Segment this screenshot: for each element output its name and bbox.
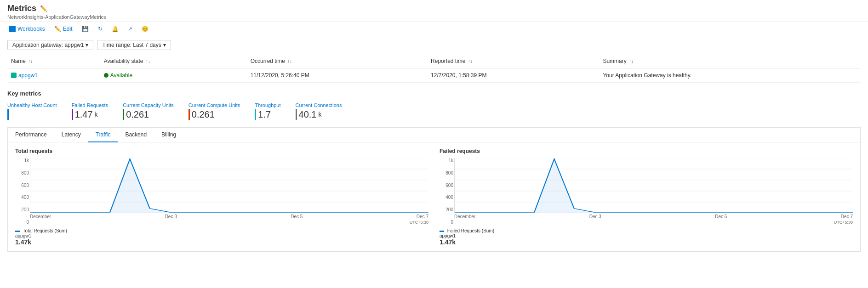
time-range-filter[interactable]: Time range: Last 7 days ▾	[97, 40, 171, 50]
y-label: 600	[17, 183, 29, 188]
failed-requests-legend: Failed Requests (Sum) appgw1 1.47k	[440, 228, 853, 246]
metric-item: Throughput 1.7	[255, 102, 280, 120]
cell-availability: Available	[100, 68, 247, 83]
save-button[interactable]: 💾	[80, 25, 91, 33]
table-row: appgw1 Available 11/12/2020, 5:26:40 PM …	[7, 68, 861, 83]
cell-summary: Your Application Gateway is healthy.	[599, 68, 861, 83]
sort-icon[interactable]: ↑↓	[468, 59, 473, 64]
metric-item: Failed Requests 1.47k	[72, 102, 108, 120]
metric-item: Unhealthy Host Count	[7, 102, 57, 120]
tab-latency[interactable]: Latency	[54, 128, 88, 142]
metric-label: Unhealthy Host Count	[7, 102, 57, 108]
edit-pencil-icon: ✏️	[54, 26, 61, 32]
chevron-down-icon: ▾	[163, 42, 166, 48]
y-label: 1k	[17, 158, 29, 163]
gateway-filter[interactable]: Application gateway: appgw1 ▾	[7, 40, 93, 50]
utc-label-total: UTC+5:30	[30, 220, 428, 225]
col-availability: Availability state ↑↓	[100, 54, 247, 68]
edit-button[interactable]: ✏️ Edit	[52, 25, 74, 33]
sort-icon[interactable]: ↑↓	[28, 59, 33, 64]
cell-occurred: 11/12/2020, 5:26:40 PM	[247, 68, 427, 83]
metric-bar	[188, 109, 190, 120]
refresh-icon: ↻	[98, 26, 103, 32]
tab-billing[interactable]: Billing	[154, 128, 183, 142]
share-icon: ↗	[128, 26, 132, 32]
failed-requests-title: Failed requests	[440, 148, 853, 154]
metric-label: Failed Requests	[72, 102, 108, 108]
total-requests-title: Total requests	[15, 148, 428, 154]
metric-bar	[7, 109, 9, 120]
y-label: 800	[17, 170, 29, 175]
metrics-row: Unhealthy Host Count Failed Requests 1.4…	[7, 102, 861, 120]
emoji-button[interactable]: 😊	[140, 25, 150, 33]
page-title: Metrics ✏️	[7, 4, 861, 13]
gateway-filter-label: Application gateway: appgw1	[12, 42, 84, 48]
availability-badge: Available	[104, 72, 243, 79]
total-requests-svg	[30, 158, 428, 213]
legend-sub: appgw1	[440, 233, 456, 238]
svg-marker-5	[30, 160, 428, 213]
col-name: Name ↑↓	[7, 54, 100, 68]
metric-label: Throughput	[255, 102, 280, 108]
tab-performance[interactable]: Performance	[8, 128, 54, 142]
utc-label-failed: UTC+5:30	[454, 220, 853, 225]
workbooks-button[interactable]: Workbooks	[7, 25, 47, 33]
y-label: 800	[441, 170, 453, 175]
legend-label: Failed Requests (Sum)	[447, 228, 494, 233]
breadcrumb: NetworkInsights-ApplicationGatewayMetric…	[7, 14, 861, 20]
cell-reported: 12/7/2020, 1:58:39 PM	[427, 68, 599, 83]
header-bar: Metrics ✏️ NetworkInsights-ApplicationGa…	[0, 0, 868, 22]
legend-value: 1.47k	[440, 238, 456, 246]
sort-icon[interactable]: ↑↓	[629, 59, 634, 64]
metric-label: Current Compute Units	[188, 102, 240, 108]
alert-button[interactable]: 🔔	[110, 25, 120, 33]
col-occurred: Occurred time ↑↓	[247, 54, 427, 68]
legend-color	[15, 231, 20, 232]
metric-item: Current Connections 40.1k	[296, 102, 342, 120]
total-requests-chart-area	[30, 158, 428, 213]
tabs-section: PerformanceLatencyTrafficBackendBilling …	[7, 127, 861, 252]
metric-bar	[123, 109, 124, 120]
total-requests-legend: Total Requests (Sum) appgw1 1.47k	[15, 228, 428, 246]
gateway-link[interactable]: appgw1	[11, 72, 97, 79]
metric-item: Current Capacity Units 0.261	[123, 102, 174, 120]
key-metrics-title: Key metrics	[7, 90, 861, 97]
metric-value: 1.47k	[72, 109, 108, 120]
y-axis-total: 1k8006004002000	[17, 158, 29, 225]
key-metrics-section: Key metrics Unhealthy Host Count Failed …	[0, 83, 868, 124]
y-label: 200	[17, 207, 29, 212]
metric-value: 0.261	[188, 109, 240, 120]
metric-bar	[255, 109, 256, 120]
edit-icon[interactable]: ✏️	[40, 5, 47, 12]
sort-icon[interactable]: ↑↓	[146, 59, 150, 64]
y-axis-failed: 1k8006004002000	[441, 158, 453, 225]
metric-value: 40.1k	[296, 109, 342, 120]
metric-value: 0.261	[123, 109, 174, 120]
share-button[interactable]: ↗	[126, 25, 134, 33]
y-label: 400	[441, 195, 453, 200]
metric-label: Current Connections	[296, 102, 342, 108]
tab-traffic[interactable]: Traffic	[88, 128, 118, 142]
legend-color	[440, 231, 444, 232]
filters-bar: Application gateway: appgw1 ▾ Time range…	[0, 36, 868, 54]
gateway-icon	[11, 73, 17, 78]
tabs-bar: PerformanceLatencyTrafficBackendBilling	[8, 128, 860, 142]
x-axis-failed: December Dec 3 Dec 5 Dec 7	[454, 214, 853, 219]
charts-row: Total requests 1k8006004002000	[8, 142, 860, 251]
sort-icon[interactable]: ↑↓	[287, 59, 292, 64]
metric-item: Current Compute Units 0.261	[188, 102, 240, 120]
metric-value	[7, 109, 57, 120]
metric-value: 1.7	[255, 109, 280, 120]
refresh-button[interactable]: ↻	[96, 25, 104, 33]
y-label: 1k	[441, 158, 453, 163]
y-label: 600	[441, 183, 453, 188]
health-table: Name ↑↓ Availability state ↑↓ Occurred t…	[7, 54, 861, 83]
save-icon: 💾	[82, 26, 89, 32]
metric-label: Current Capacity Units	[123, 102, 174, 108]
time-range-label: Time range: Last 7 days	[102, 42, 161, 48]
failed-requests-svg	[455, 158, 853, 213]
metric-bar	[72, 109, 73, 120]
tab-backend[interactable]: Backend	[118, 128, 154, 142]
title-text: Metrics	[7, 4, 36, 13]
col-summary: Summary ↑↓	[599, 54, 861, 68]
